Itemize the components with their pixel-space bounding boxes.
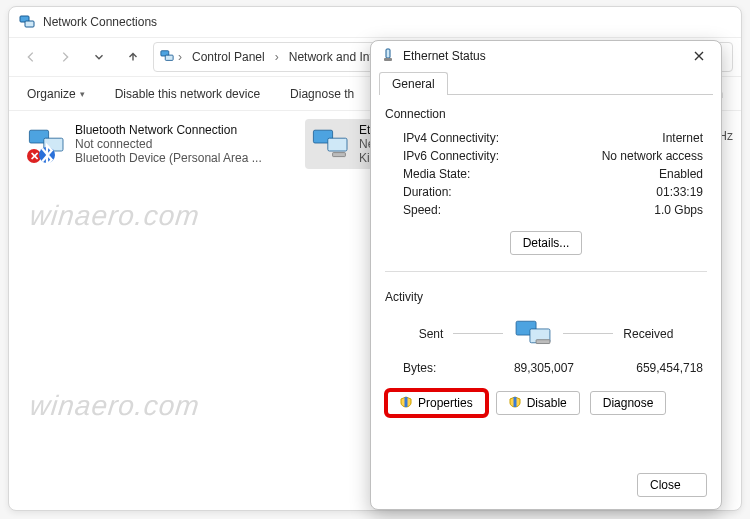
window-title: Network Connections	[43, 15, 157, 29]
connection-name: Bluetooth Network Connection	[75, 123, 285, 137]
bytes-sent-value: 89,305,007	[463, 361, 592, 375]
disable-button[interactable]: Disable	[496, 391, 580, 415]
bytes-received-value: 659,454,718	[592, 361, 703, 375]
properties-button[interactable]: Properties	[387, 391, 486, 415]
nav-back-button[interactable]	[17, 43, 45, 71]
chevron-right-icon: ›	[178, 50, 182, 64]
diagnose-button[interactable]: Diagnose	[590, 391, 667, 415]
disable-button-label: Disable	[527, 396, 567, 410]
media-state-label: Media State:	[403, 167, 470, 181]
activity-heading: Activity	[385, 290, 707, 304]
dialog-tabs: General	[371, 71, 721, 94]
bluetooth-icon	[39, 147, 55, 163]
ipv6-value: No network access	[602, 149, 703, 163]
duration-label: Duration:	[403, 185, 452, 199]
sent-label: Sent	[419, 327, 444, 341]
svg-rect-7	[328, 138, 347, 151]
svg-rect-8	[333, 153, 346, 157]
network-connections-icon	[19, 14, 35, 30]
toolbar-organize[interactable]: Organize ▾	[21, 83, 91, 105]
chevron-down-icon: ▾	[80, 89, 85, 99]
svg-rect-1	[25, 21, 34, 27]
dialog-titlebar: Ethernet Status	[371, 41, 721, 71]
ipv4-label: IPv4 Connectivity:	[403, 131, 499, 145]
tab-general[interactable]: General	[379, 72, 448, 95]
speed-label: Speed:	[403, 203, 441, 217]
chevron-right-icon: ›	[275, 50, 279, 64]
properties-button-label: Properties	[418, 396, 473, 410]
speed-value: 1.0 Gbps	[654, 203, 703, 217]
connection-heading: Connection	[385, 107, 707, 121]
media-state-value: Enabled	[659, 167, 703, 181]
uac-shield-icon	[400, 396, 412, 411]
toolbar-organize-label: Organize	[27, 87, 76, 101]
close-button[interactable]: Close	[637, 473, 707, 497]
connection-bluetooth-icon: ✕	[27, 123, 67, 163]
nav-forward-button[interactable]	[51, 43, 79, 71]
details-button[interactable]: Details...	[510, 231, 583, 255]
ethernet-status-dialog: Ethernet Status General Connection IPv4 …	[370, 40, 722, 510]
dialog-title: Ethernet Status	[403, 49, 679, 63]
toolbar-diagnose[interactable]: Diagnose th	[284, 83, 360, 105]
connection-status: Not connected	[75, 137, 285, 151]
uac-shield-icon	[509, 396, 521, 411]
computer-activity-icon	[513, 316, 553, 351]
connection-ethernet-icon	[311, 123, 351, 163]
nav-recent-button[interactable]	[85, 43, 113, 71]
svg-rect-9	[386, 49, 390, 58]
breadcrumb[interactable]: Control Panel	[186, 48, 271, 66]
dialog-close-button[interactable]	[687, 44, 711, 68]
ethernet-icon	[381, 48, 395, 65]
ipv6-label: IPv6 Connectivity:	[403, 149, 499, 163]
connection-item-bluetooth[interactable]: ✕ Bluetooth Network Connection Not conne…	[21, 119, 291, 169]
connection-device: Bluetooth Device (Personal Area ...	[75, 151, 275, 165]
duration-value: 01:33:19	[656, 185, 703, 199]
toolbar-disable-device[interactable]: Disable this network device	[109, 83, 266, 105]
ipv4-value: Internet	[662, 131, 703, 145]
svg-rect-10	[384, 58, 392, 61]
titlebar: Network Connections	[9, 7, 741, 37]
bytes-label: Bytes:	[403, 361, 463, 375]
received-label: Received	[623, 327, 673, 341]
close-icon	[693, 50, 705, 62]
address-icon	[160, 49, 174, 66]
svg-rect-13	[536, 340, 550, 344]
activity-diagram: Sent Received	[385, 316, 707, 351]
svg-rect-3	[165, 55, 173, 60]
nav-up-button[interactable]	[119, 43, 147, 71]
